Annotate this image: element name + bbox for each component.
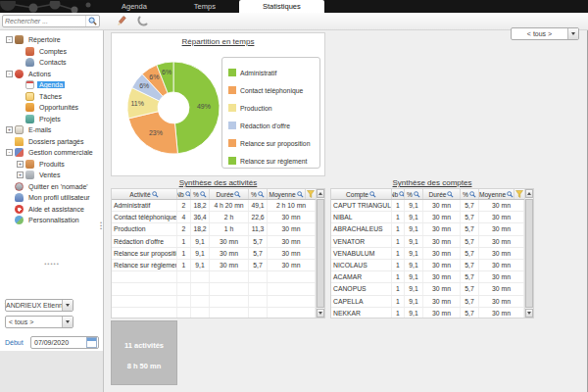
column-search-icon[interactable] [234, 191, 241, 198]
column-search-icon[interactable] [200, 191, 207, 198]
table-cell: VENATOR [331, 236, 392, 247]
column-header[interactable]: % [405, 189, 423, 199]
help-lifebuoy-icon [15, 205, 24, 214]
column-header[interactable]: Nb [177, 189, 191, 199]
column-header[interactable]: Compte [331, 189, 392, 199]
sidebar-item-t-ches[interactable]: Tâches [0, 91, 103, 103]
column-search-icon[interactable] [507, 191, 514, 198]
phone-icon[interactable] [135, 15, 149, 27]
expand-icon[interactable]: + [6, 126, 13, 133]
search-input[interactable] [3, 18, 85, 24]
edit-pencil-icon[interactable] [115, 15, 128, 27]
accounts-scrollbar[interactable] [524, 189, 533, 318]
column-header[interactable]: Durée [210, 189, 249, 199]
column-search-icon[interactable] [258, 191, 265, 198]
scroll-up-icon[interactable] [317, 189, 324, 198]
column-header[interactable]: Activité [112, 189, 177, 199]
vue-dropdown[interactable]: ANDRIEUX Etienne [5, 299, 74, 312]
chevron-down-icon[interactable] [62, 300, 73, 311]
column-search-icon[interactable] [447, 191, 454, 198]
expand-icon[interactable]: + [17, 172, 24, 178]
table-row[interactable]: Rédaction d'offre19,130 mn5,730 mn [112, 236, 316, 248]
column-header[interactable]: % [249, 189, 268, 199]
sidebar-horizontal-splitter[interactable]: ••••• [0, 262, 104, 266]
table-row[interactable]: VENATOR19,130 mn5,730 mn [331, 236, 524, 248]
column-header[interactable]: Moyenne [268, 189, 306, 199]
column-search-icon[interactable] [369, 191, 376, 198]
column-search-icon[interactable] [469, 191, 476, 198]
table-row[interactable]: CAPELLA19,130 mn5,730 mn [331, 296, 524, 308]
collapse-icon[interactable]: - [6, 71, 13, 77]
column-header[interactable]: Moyenne [479, 189, 514, 199]
table-cell [268, 308, 316, 318]
column-search-icon[interactable] [297, 191, 304, 198]
search-icon[interactable] [85, 16, 99, 26]
table-row[interactable]: ABRACHALEUS19,130 mn5,730 mn [331, 223, 524, 235]
sidebar-item-actions[interactable]: -Actions [0, 69, 103, 80]
table-row[interactable]: NEKKAR19,130 mn5,730 mn [331, 308, 524, 318]
chevron-down-icon[interactable] [567, 28, 578, 39]
table-row[interactable]: CAPUT TRIANGULI19,130 mn5,730 mn [331, 200, 524, 212]
table-row[interactable]: Relance sur proposition19,130 mn5,730 mn [112, 248, 316, 260]
top-right-filter-dropdown[interactable]: < tous > [511, 27, 579, 40]
collapse-icon[interactable]: - [6, 36, 13, 43]
legend-item: Rédaction d'offre [228, 117, 319, 134]
table-row[interactable]: Administratif218,24 h 20 mn49,12 h 10 mn [112, 200, 316, 212]
top-tab-bar: AgendaTempsStatistiques [0, 0, 588, 13]
sidebar-item-r-pertoire[interactable]: -Répertoire [0, 34, 103, 46]
table-row[interactable]: NICOLAUS19,130 mn5,730 mn [331, 260, 524, 271]
sidebar-item-agenda[interactable]: Agenda [0, 79, 103, 91]
table-row[interactable]: ACAMAR19,130 mn5,730 mn [331, 271, 524, 283]
tab-agenda[interactable]: Agenda [98, 0, 171, 13]
sidebar-item-projets[interactable]: Projets [0, 114, 103, 125]
expand-icon[interactable]: + [17, 161, 24, 168]
filter-funnel-icon[interactable] [306, 189, 316, 199]
sidebar-vertical-splitter[interactable]: ••• [99, 221, 103, 230]
sidebar-item-ventes[interactable]: +Ventes [0, 170, 103, 181]
etat-dropdown[interactable]: < tous > [5, 316, 74, 328]
table-row[interactable]: VENABULUM19,130 mn5,730 mn [331, 248, 524, 260]
tab-statistiques[interactable]: Statistiques [239, 0, 324, 13]
column-header[interactable]: % [461, 189, 479, 199]
table-row[interactable]: Contact téléphonique436,42 h22,630 mn [112, 212, 316, 223]
tab-temps[interactable]: Temps [171, 0, 239, 13]
debut-date-field[interactable]: 07/09/2020 [30, 336, 99, 349]
table-row[interactable]: NIBAL19,130 mn5,730 mn [331, 212, 524, 223]
sidebar-item-produits[interactable]: +Produits [0, 159, 103, 171]
table-cell: 1 [177, 260, 191, 270]
calendar-icon[interactable] [86, 337, 97, 348]
table-cell [112, 296, 177, 307]
column-search-icon[interactable] [414, 191, 420, 198]
scrollbar-thumb[interactable] [525, 199, 533, 308]
table-row[interactable]: Relance sur règlement19,130 mn5,730 mn [112, 260, 316, 271]
sidebar-item-e-mails[interactable]: +E-mails [0, 124, 103, 136]
search-field[interactable] [2, 15, 100, 27]
chevron-down-icon[interactable] [62, 317, 73, 327]
sidebar-item-quitter-en-nomade-[interactable]: Quitter en 'nomade' [0, 181, 103, 193]
collapse-icon[interactable]: - [6, 149, 13, 156]
scroll-down-icon[interactable] [317, 309, 324, 318]
table-row[interactable]: Production218,21 h11,330 mn [112, 223, 316, 235]
column-header[interactable]: Durée [423, 189, 461, 199]
table-row[interactable]: CANOPUS19,130 mn5,730 mn [331, 283, 524, 295]
sidebar-item-gestion-commerciale[interactable]: -Gestion commerciale [0, 147, 103, 159]
sidebar-item-comptes[interactable]: Comptes [0, 46, 103, 58]
column-header[interactable]: % [191, 189, 210, 199]
sidebar-item-aide-et-assistance[interactable]: Aide et assistance [0, 204, 103, 216]
column-search-icon[interactable] [152, 191, 159, 198]
table-cell: 30 mn [479, 248, 524, 259]
filter-funnel-icon[interactable] [514, 189, 524, 199]
scrollbar-thumb[interactable] [317, 199, 324, 308]
sidebar-bottom-area [0, 351, 104, 392]
sidebar-item-contacts[interactable]: Contacts [0, 57, 103, 69]
table-cell: 30 mn [423, 296, 461, 307]
activities-scrollbar[interactable] [316, 189, 324, 318]
sidebar-item-mon-profil-utilisateur[interactable]: Mon profil utilisateur [0, 192, 103, 204]
sidebar-item-opportunit-s[interactable]: Opportunités [0, 102, 103, 114]
scroll-up-icon[interactable] [525, 189, 533, 198]
table-cell: 22,6 [249, 212, 268, 222]
sidebar-item-dossiers-partag-s[interactable]: Dossiers partagés [0, 136, 103, 148]
scroll-down-icon[interactable] [525, 309, 533, 318]
column-header[interactable]: Nb [392, 189, 405, 199]
sidebar-item-personnalisation[interactable]: Personnalisation [0, 215, 103, 226]
